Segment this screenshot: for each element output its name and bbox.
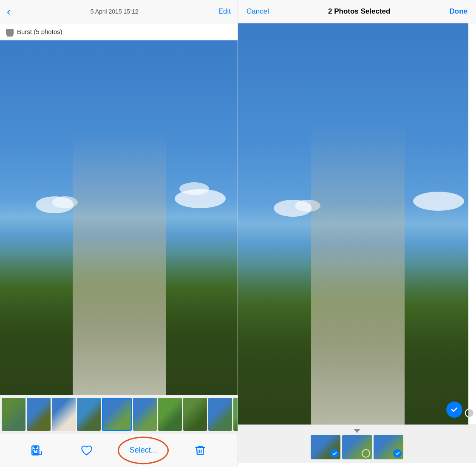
right-panel: Cancel 2 Photos Selected Done <box>238 0 476 467</box>
thumbnail-1[interactable] <box>2 398 26 431</box>
thumbnail-9[interactable] <box>208 398 232 431</box>
bottom-spacer <box>238 463 476 467</box>
selection-thumb-1[interactable] <box>311 435 340 459</box>
edit-button[interactable]: Edit <box>218 7 231 16</box>
thumb-checkmark-icon-1 <box>332 451 337 456</box>
thumb-check-2-empty <box>362 449 370 458</box>
right-edge-strip <box>468 23 476 425</box>
right-bottom-selection-strip <box>238 425 476 463</box>
right-photo-background <box>238 23 476 425</box>
burst-label-row: Burst (5 photos) <box>0 23 238 40</box>
right-header: Cancel 2 Photos Selected Done <box>238 0 476 23</box>
photo-date-title: 5 April 2015 15:12 <box>16 8 213 15</box>
selection-thumb-3[interactable] <box>374 435 403 459</box>
checkmark-icon <box>450 405 459 414</box>
burst-label-text: Burst (5 photos) <box>17 28 62 35</box>
photo-background <box>0 40 238 395</box>
selection-thumb-2[interactable] <box>342 435 372 459</box>
selection-indicator-arrow <box>354 429 360 433</box>
thumbnail-4[interactable] <box>77 398 101 431</box>
thumbnail-2[interactable] <box>27 398 51 431</box>
partial-select-indicator[interactable] <box>465 408 474 418</box>
left-main-photo[interactable] <box>0 40 238 395</box>
thumbnail-strip[interactable] <box>0 395 238 433</box>
thumb-checkmark-icon-3 <box>395 451 400 456</box>
thumbnail-7[interactable] <box>158 398 182 431</box>
burst-icon <box>6 29 14 35</box>
select-button[interactable]: Select... <box>130 446 157 455</box>
selection-thumbnail-row[interactable] <box>306 435 408 459</box>
photo-selected-checkmark[interactable] <box>446 402 462 418</box>
selection-count-title: 2 Photos Selected <box>328 7 390 16</box>
thumbnail-8[interactable] <box>183 398 207 431</box>
left-header: ‹ 5 April 2015 15:12 Edit <box>0 0 238 23</box>
trash-icon <box>194 444 206 456</box>
thumb-check-1 <box>330 449 339 458</box>
back-button[interactable]: ‹ <box>7 6 11 17</box>
thumbnail-3[interactable] <box>52 398 76 431</box>
left-panel: ‹ 5 April 2015 15:12 Edit Burst (5 photo… <box>0 0 238 467</box>
share-button[interactable] <box>31 444 43 456</box>
left-toolbar: Select... <box>0 433 238 467</box>
right-main-photo[interactable] <box>238 23 476 425</box>
cancel-button[interactable]: Cancel <box>246 7 269 16</box>
share-icon <box>31 444 43 456</box>
thumbnail-5-selected[interactable] <box>102 398 132 431</box>
thumbnail-6[interactable] <box>133 398 157 431</box>
heart-icon <box>80 444 92 456</box>
select-label: Select... <box>130 446 157 455</box>
delete-button[interactable] <box>194 444 206 456</box>
thumb-check-3 <box>393 449 402 458</box>
thumbnail-10[interactable] <box>233 398 238 431</box>
favorite-button[interactable] <box>80 444 92 456</box>
done-button[interactable]: Done <box>449 7 468 16</box>
